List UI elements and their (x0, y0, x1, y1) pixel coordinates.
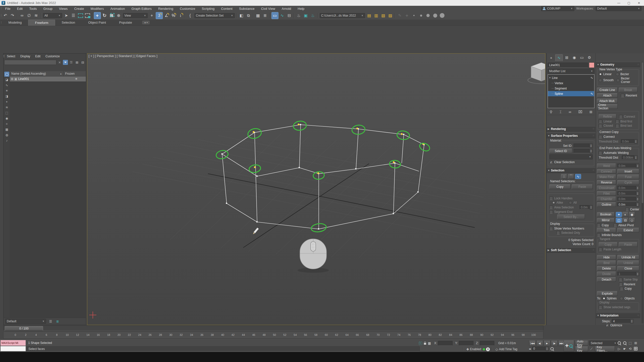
dope-sheet-button[interactable]: ⊟ (286, 12, 293, 19)
make-first-button[interactable]: Make First (597, 174, 616, 179)
frozen-toggle-icon[interactable]: ✳ (75, 77, 77, 81)
alike-radio[interactable] (552, 201, 555, 204)
track-bar[interactable]: 0246810121416182022242628303234363840424… (3, 331, 543, 339)
use-pivot-point-center-button[interactable]: ⌖ (149, 12, 155, 19)
display-xrefs-icon[interactable]: ◉ (4, 116, 9, 121)
run-scene-script-button[interactable]: ▧ (380, 12, 387, 19)
tangent-paste-button[interactable]: Paste (619, 242, 638, 247)
boolean-intersect-icon[interactable]: ◉ (629, 212, 635, 217)
field-of-view-button[interactable]: ▷ (617, 346, 621, 351)
delete-button[interactable]: Delete (597, 266, 616, 271)
detach-copy-checkbox[interactable] (620, 287, 623, 290)
perspective-viewport[interactable]: [ + ] [ Perspective ] [ Standard ] [ Edg… (87, 53, 545, 325)
modify-tab[interactable]: ∿ (555, 54, 563, 61)
menu-help[interactable]: Help (294, 6, 308, 11)
isolate-selection-toggle[interactable] (418, 341, 423, 345)
all-radio[interactable] (569, 201, 572, 204)
auto-key-button[interactable]: Auto Key (575, 341, 588, 346)
select-and-move-button[interactable]: + (94, 12, 101, 19)
key-filters-button[interactable]: Key Filters... (595, 346, 615, 351)
explorer-menu-display[interactable]: Display (18, 54, 33, 59)
spinner-snap-toggle[interactable]: ↕ (177, 12, 184, 19)
align-button[interactable]: ⧉ (245, 12, 252, 19)
display-shapes-icon[interactable]: ∿ (4, 83, 9, 88)
hierarchy-tab[interactable]: ⊞ (563, 54, 570, 61)
display-sounds-icon[interactable]: ♪ (4, 138, 9, 143)
closed-checkbox[interactable] (599, 124, 602, 127)
modifier-list-dropdown[interactable]: Modifier List ▼ (548, 69, 594, 74)
select-object-button[interactable]: ➤ (63, 12, 70, 19)
zoom-button[interactable] (617, 341, 621, 345)
vertex-subobject-icon[interactable]: ∴ (561, 174, 567, 179)
configure-modifier-sets-icon[interactable]: ⊞ (589, 110, 592, 114)
key-selection-dropdown[interactable]: Selected▼ (589, 341, 618, 346)
select-id-button[interactable]: Select ID (549, 149, 572, 153)
unlink-selection-button[interactable]: ∅ (26, 12, 32, 19)
play-button[interactable]: ▶ (544, 341, 550, 346)
bind-button[interactable]: Bind (597, 260, 616, 265)
select-and-link-button[interactable]: ∞ (19, 12, 25, 19)
menu-scripting[interactable]: Scripting (198, 6, 218, 11)
brush-size-dot-2[interactable] (418, 12, 424, 19)
outline-spinner[interactable]: 0.0m▲▼ (617, 202, 639, 207)
weld-button[interactable]: Weld (597, 163, 616, 168)
connect-checkbox[interactable] (619, 115, 623, 118)
bezier-corner-radio[interactable] (616, 79, 620, 82)
menu-rendering[interactable]: Rendering (155, 6, 177, 11)
angle-snap-toggle[interactable]: ∠ (163, 12, 170, 19)
select-and-rotate-button[interactable]: ↻ (101, 12, 108, 19)
hide-button[interactable]: Hide (597, 255, 616, 260)
explorer-preset-dropdown[interactable]: Default ▼ (5, 319, 46, 324)
previous-frame-button[interactable]: ◀| (536, 341, 543, 346)
rollout-interpolation[interactable]: ▼ Interpolation ∷ (596, 313, 640, 318)
z-coordinate-field[interactable] (480, 341, 494, 346)
curve-editor-button[interactable]: ∿ (279, 12, 286, 19)
display-groups-icon[interactable]: ⬚ (4, 110, 9, 115)
visibility-eye-icon[interactable]: ⊙ (11, 77, 13, 81)
fillet-button[interactable]: Fillet (597, 191, 616, 196)
close-button[interactable]: ✕ (634, 0, 644, 6)
unbind-button[interactable]: Unbind (617, 260, 639, 265)
refine-button[interactable]: Refine (599, 114, 616, 119)
reference-coordinate-dropdown[interactable]: View▼ (123, 13, 148, 18)
mirror-button[interactable]: ◧ (238, 12, 245, 19)
clear-selection-checkbox[interactable] (549, 160, 553, 164)
display-tab[interactable]: ▭ (578, 54, 585, 61)
display-containers-icon[interactable]: ▦ (4, 127, 9, 132)
project-folder-dropdown[interactable]: C:\Users\JI...ds Max 2022▼ (320, 13, 365, 18)
boolean-union-icon[interactable]: ⚭ (616, 212, 622, 217)
render-production-button[interactable]: ♨ (310, 12, 316, 19)
next-frame-button[interactable]: |▶ (551, 341, 558, 346)
select-by-name-button[interactable]: ☰ (70, 12, 77, 19)
brush-size-dot-3[interactable] (425, 12, 431, 19)
open-scene-script-button[interactable]: ▥ (373, 12, 380, 19)
zoom-extents-button[interactable]: ⬚ (628, 341, 632, 345)
selection-filter-dropdown[interactable]: All▼ (43, 13, 62, 18)
redo-button[interactable]: ↷ (9, 12, 16, 19)
menu-views[interactable]: Views (56, 6, 71, 11)
show-vertex-numbers-checkbox[interactable] (549, 227, 553, 230)
display-bones-icon[interactable]: ⌗ (4, 121, 9, 126)
ribbon-tab-populate[interactable]: Populate (112, 20, 138, 25)
menu-group[interactable]: Group (40, 6, 56, 11)
explorer-menu-edit[interactable]: Edit (33, 54, 43, 59)
chamfer-spinner[interactable]: 0.0m▲▼ (617, 197, 639, 201)
new-scene-script-button[interactable]: ▤ (366, 12, 373, 19)
clear-search-icon[interactable]: ✕ (57, 60, 62, 65)
x-coordinate-field[interactable] (438, 341, 453, 346)
explode-to-splines-radio[interactable] (602, 297, 606, 300)
mirror-copy-checkbox[interactable] (597, 223, 600, 227)
lock-handles-checkbox[interactable] (549, 197, 553, 200)
bezier-radio[interactable] (616, 73, 619, 76)
maxscript-mini-listener[interactable] (1, 346, 26, 351)
layer-view-icon[interactable]: ≣ (55, 319, 60, 324)
weld-spinner[interactable]: 0.0m▲▼ (617, 164, 639, 168)
pin-stack-icon[interactable]: ⚲ (550, 110, 552, 114)
reverse-button[interactable]: Reverse (597, 180, 616, 185)
segment-end-checkbox[interactable] (549, 210, 553, 214)
rollout-selection[interactable]: ▼ Selection ∷ (547, 168, 595, 173)
absolute-mode-toggle[interactable]: ▦ (427, 341, 432, 345)
named-selection-sets-dropdown[interactable]: Create Selection Set▼ (194, 13, 235, 18)
display-lights-icon[interactable]: ☀ (4, 88, 9, 93)
select-and-place-button[interactable]: ⊕ (115, 12, 122, 19)
